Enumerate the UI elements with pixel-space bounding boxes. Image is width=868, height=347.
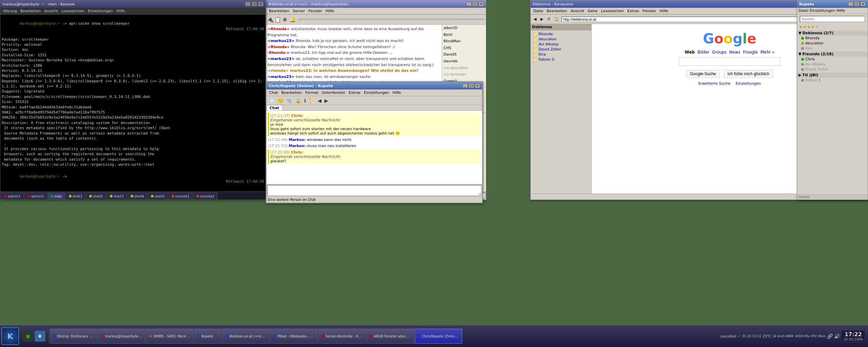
- google-nav-web[interactable]: Web: [685, 50, 695, 55]
- kopete-tool-send[interactable]: 📨: [268, 98, 276, 104]
- terminal-tab-shell5[interactable]: shell5: [148, 192, 168, 200]
- kopete-tool-arrow-left[interactable]: ◀: [317, 98, 322, 104]
- konq-back-btn[interactable]: ◀: [532, 16, 538, 22]
- google-erweiterte-suche[interactable]: Erweiterte Suche: [698, 81, 730, 86]
- clock-widget[interactable]: 17:22 20.09.2006: [841, 330, 865, 342]
- google-nav-bilder[interactable]: Bilder: [697, 50, 709, 55]
- kopete-main-maximize-btn[interactable]: □: [854, 2, 860, 6]
- terminal-menu-bearbeiten[interactable]: Bearbeiten: [19, 8, 42, 14]
- terminal-menu-sitzung[interactable]: Sitzung: [2, 8, 18, 14]
- userlist-item-formorer[interactable]: +a formorer: [442, 71, 486, 78]
- irc-menu-server[interactable]: Server: [291, 8, 306, 14]
- userlist-item-davrieb[interactable]: davrieb: [442, 58, 486, 65]
- kopete-contact-avi[interactable]: Avi Alkalay: [797, 62, 868, 67]
- terminal-minimize-btn[interactable]: _: [245, 2, 251, 6]
- konq-menu-hilfe[interactable]: Hilfe: [658, 8, 670, 14]
- kopete-contact-chris[interactable]: Chris: [797, 57, 868, 62]
- userlist-item-deucalion[interactable]: +a deucalion: [442, 65, 486, 72]
- irc-tool-settings[interactable]: ⚙: [282, 17, 288, 23]
- kopete-tool-attach[interactable]: 📎: [285, 98, 293, 104]
- quicklaunch-xconsole[interactable]: ▦: [22, 331, 33, 342]
- systray-mem[interactable]: Mem: [818, 334, 826, 338]
- userlist-item-albertD[interactable]: albertD: [442, 25, 486, 32]
- quicklaunch-kcalc[interactable]: 🖩: [35, 331, 45, 342]
- kopete-chat-tab-chat[interactable]: Chat: [267, 105, 282, 110]
- kde-application-launcher[interactable]: K: [1, 327, 19, 345]
- kopete-tool-history[interactable]: 📜: [308, 98, 316, 104]
- terminal-tab-remote2[interactable]: remote2: [193, 192, 217, 200]
- kopete-tool-encrypt[interactable]: 🔒: [294, 98, 302, 104]
- kopete-chat-menu-einstellungen[interactable]: Einstellungen: [362, 90, 391, 95]
- taskbar-btn-irc[interactable]: #debian.or.at (+nsc) mi...: [222, 329, 270, 344]
- kopete-contact-kira[interactable]: kira: [797, 46, 868, 51]
- taskbar-btn-kopete[interactable]: Kopete: [194, 329, 221, 344]
- terminal-tab-shell3[interactable]: shell3: [107, 192, 127, 200]
- kopete-tool-arrow-right[interactable]: ▶: [323, 98, 329, 104]
- konq-tree-item-kira[interactable]: 📁 Kira: [532, 52, 590, 57]
- konq-menu-lesezeichen[interactable]: Lesezeichen: [599, 8, 625, 14]
- kopete-chat-minimize-btn[interactable]: _: [462, 83, 468, 88]
- konq-menu-ansicht[interactable]: Ansicht: [569, 8, 586, 14]
- kopete-chat-menu-hilfe[interactable]: Hilfe: [391, 90, 402, 95]
- konq-menu-gehe[interactable]: Gehe: [586, 8, 599, 14]
- kopete-main-minimize-btn[interactable]: _: [848, 2, 853, 6]
- kopete-tool-smiley[interactable]: 🙂: [277, 98, 284, 104]
- kopete-menu-datei[interactable]: Datei: [798, 8, 808, 13]
- irc-tool-connect[interactable]: 🔌: [267, 16, 274, 23]
- taskbar-btn-pobel[interactable]: Pöbel - Wikipedia - Konqu...: [270, 329, 318, 344]
- kopete-main-close-btn[interactable]: ✕: [860, 2, 866, 6]
- kopete-chat-maximize-btn[interactable]: □: [469, 83, 474, 88]
- systray-cpu[interactable]: CPU: [810, 334, 816, 338]
- konq-tree-item-deucalion[interactable]: 📁 deucalion: [532, 37, 590, 42]
- kopete-chat-menu-chat[interactable]: Chat: [268, 90, 279, 95]
- konq-tree-item-rhonda[interactable]: 📁 Rhonda: [532, 32, 590, 37]
- google-nav-froogle[interactable]: Froogle: [743, 50, 758, 55]
- irc-minimize-btn[interactable]: _: [466, 2, 472, 6]
- kopete-contact-deucalion[interactable]: deucalion: [797, 41, 868, 46]
- irc-tool-channel[interactable]: 📋: [274, 16, 281, 23]
- userlist-item-blindman[interactable]: BlindMan: [442, 38, 486, 45]
- irc-menu-irc[interactable]: Bearbeiten: [268, 8, 291, 14]
- google-nav-groups[interactable]: Groups: [712, 50, 727, 55]
- terminal-menu-ansicht[interactable]: Ansicht: [43, 8, 60, 14]
- konq-menu-fenster[interactable]: Fenster: [641, 8, 658, 14]
- userlist-item-chs[interactable]: CHS: [442, 45, 486, 52]
- kopete-chat-menu-format[interactable]: Format: [304, 90, 320, 95]
- terminal-tab-admin2[interactable]: admin2: [24, 192, 47, 200]
- konq-tree-item-david[interactable]: 📁 David Zeller: [532, 47, 590, 52]
- kopete-tool-info[interactable]: ℹ: [303, 98, 307, 104]
- kopete-contact-david[interactable]: David Zeller: [797, 67, 868, 72]
- google-search-input[interactable]: [679, 57, 781, 66]
- google-nav-news[interactable]: News: [729, 50, 740, 55]
- taskbar-btn-dict[interactable]: Dklzng: Dictionary Lookup...: [50, 329, 97, 344]
- google-nav-mehr[interactable]: Mehr »: [761, 50, 774, 55]
- terminal-tab-admin1[interactable]: admin1: [1, 192, 24, 200]
- kopete-chat-close-btn[interactable]: ✕: [475, 83, 480, 88]
- kopete-contact-rhonda[interactable]: Rhonda: [797, 36, 868, 41]
- kopete-group-debienna-header[interactable]: ▼ Debienna (2/7): [797, 30, 868, 36]
- terminal-maximize-btn[interactable]: □: [252, 2, 257, 6]
- kopete-chat-menu-unterfenster[interactable]: Unterfenster: [320, 90, 347, 95]
- taskbar-btn-argb[interactable]: ARGB Fenster abschalten: [367, 329, 414, 344]
- irc-tool-notify[interactable]: 🔔: [289, 17, 297, 23]
- terminal-menu-lesezeichen[interactable]: Lesezeichen: [60, 8, 86, 14]
- terminal-tab-shell1[interactable]: shell1: [66, 192, 86, 200]
- irc-menu-fenster[interactable]: Fenster: [307, 8, 324, 14]
- kopete-chat-menu-bearbeiten[interactable]: Bearbeiten: [280, 90, 303, 95]
- userlist-item-davids[interactable]: DavidS: [442, 51, 486, 58]
- irc-close-btn[interactable]: ✕: [478, 2, 484, 6]
- google-einstellungen[interactable]: Einstellungen: [736, 81, 761, 86]
- kopete-menu-einstellungen[interactable]: Einstellungen: [810, 8, 835, 13]
- konq-menu-datei[interactable]: Datei: [532, 8, 545, 14]
- terminal-menu-hilfe[interactable]: Hilfe: [115, 8, 126, 14]
- kopete-search-input[interactable]: [800, 16, 865, 22]
- kopete-menu-hilfe[interactable]: Hilfe: [836, 8, 845, 13]
- google-lucky-btn[interactable]: Ich fühle mich glücklich: [724, 70, 773, 78]
- terminal-tab-shell4[interactable]: shell4: [127, 192, 147, 200]
- userlist-item-bertl[interactable]: Bertl: [442, 32, 486, 38]
- systray-sound-icon[interactable]: 🔊: [834, 333, 840, 339]
- konq-menu-extras[interactable]: Extras: [626, 8, 640, 14]
- kopete-group-freunde-header[interactable]: ▼ Freunde (2/18): [797, 52, 868, 57]
- systray-weather[interactable]: 23°C: [763, 334, 771, 338]
- kopete-contact-fabian[interactable]: Fabian S: [797, 78, 868, 83]
